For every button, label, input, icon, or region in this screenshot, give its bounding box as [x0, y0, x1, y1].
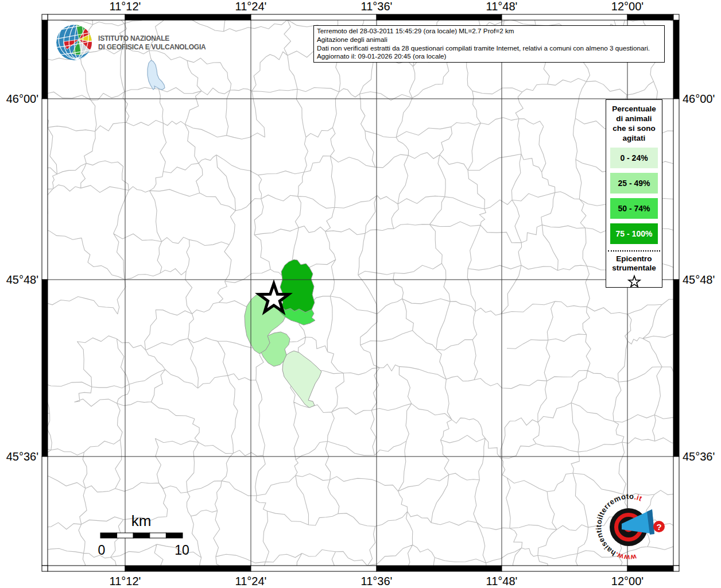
scale-unit-label: km [131, 512, 152, 529]
frame-segment-right [673, 99, 679, 280]
legend-divider [608, 250, 660, 252]
lake-polygon [148, 60, 165, 90]
frame-segment-top [251, 14, 377, 20]
lat-label-right: 45°36' [683, 450, 715, 463]
legend-swatch-label: 50 - 74% [618, 204, 650, 213]
frame-segment-left [42, 99, 48, 280]
question-mark-label: ? [656, 522, 661, 532]
frame-segment-right [673, 457, 679, 566]
legend-swatch-50-74: 50 - 74% [610, 198, 658, 219]
frame-segment-right [673, 280, 679, 457]
ingv-name-line2: DI GEOFISICA E VULCANOLOGIA [98, 43, 206, 52]
lon-label-bottom: 11°36' [361, 575, 393, 587]
scale-bar-segment [133, 533, 150, 538]
frame-segment-right [673, 20, 679, 99]
legend-title: Percentuale [606, 104, 662, 114]
frame-segment-left [42, 20, 48, 99]
lon-label-top: 12°00' [611, 0, 644, 13]
frame-corner [673, 566, 679, 571]
site-url-suffix: .it [634, 493, 644, 503]
frame-segment-top [48, 14, 125, 20]
info-event-line: Terremoto del 28-03-2011 15:45:29 (ora l… [317, 27, 661, 36]
earthquake-map-page: km 0 10 ? www.haisentitoilterremoto.it 1… [0, 0, 721, 588]
lon-label-bottom: 12°00' [611, 575, 644, 587]
legend-title: che si sono [606, 123, 662, 133]
lon-label-bottom: 11°48' [486, 575, 518, 587]
frame-segment-top [502, 14, 627, 20]
legend-swatch-25-49: 25 - 49% [610, 173, 658, 194]
frame-segment-left [42, 280, 48, 457]
legend-box: Percentuale di animali che si sono agita… [606, 99, 662, 288]
frame-segment-bottom [125, 566, 251, 571]
scale-bar-segment [150, 533, 166, 538]
frame-segment-bottom [251, 566, 377, 571]
frame-segment-left [42, 457, 48, 566]
legend-title: di animali [606, 114, 662, 123]
scale-start-label: 0 [98, 543, 106, 558]
ingv-globe-icon [56, 24, 92, 61]
lon-label-bottom: 11°24' [235, 575, 267, 587]
legend-swatch-label: 75 - 100% [616, 229, 653, 238]
legend-swatch-0-24: 0 - 24% [610, 148, 658, 168]
legend-swatch-label: 25 - 49% [618, 179, 650, 188]
legend-star-icon [627, 274, 642, 289]
frame-corner [42, 14, 48, 20]
agitation-region-group [245, 260, 321, 408]
map-canvas: km 0 10 ? www.haisentitoilterremoto.it 1… [0, 0, 721, 588]
earthquake-info-box: Terremoto del 28-03-2011 15:45:29 (ora l… [313, 25, 665, 63]
lat-label-left: 46°00' [6, 92, 38, 105]
frame-segment-bottom [377, 566, 502, 571]
legend-swatch-75-100: 75 - 100% [610, 223, 658, 244]
info-updated-line: Aggiornato il: 09-01-2026 20:45 (ora loc… [317, 52, 661, 61]
info-data-line: Dati non verificati estratti da 28 quest… [317, 44, 661, 53]
lon-label-bottom: 11°12' [110, 575, 141, 587]
frame-segment-top [125, 14, 251, 20]
frame-corner [673, 14, 679, 20]
ingv-logo: ISTITUTO NAZIONALE DI GEOFISICA E VULCAN… [56, 24, 206, 61]
lon-label-top: 11°36' [361, 0, 393, 13]
legend-epicenter-label: strumentale [606, 264, 662, 273]
lon-label-top: 11°12' [110, 0, 141, 13]
frame-segment-bottom [502, 566, 627, 571]
frame-segment-bottom [48, 566, 125, 571]
lat-label-right: 46°00' [683, 92, 715, 105]
frame-corner [42, 566, 48, 571]
scale-end-label: 10 [175, 543, 189, 558]
ingv-name-line1: ISTITUTO NAZIONALE [98, 34, 206, 43]
frame-segment-top [627, 14, 673, 20]
lat-label-right: 45°48' [683, 273, 715, 286]
legend-title: agitati [606, 133, 662, 143]
scale-bar-segment [100, 533, 117, 538]
site-logo: ? www.haisentitoilterremoto.it [594, 492, 665, 562]
info-topic-line: Agitazione degli animali [317, 36, 661, 44]
frame-segment-top [377, 14, 502, 20]
legend-swatch-label: 0 - 24% [620, 153, 648, 163]
lat-label-left: 45°48' [6, 273, 38, 286]
lon-label-top: 11°24' [235, 0, 267, 13]
lon-label-top: 11°48' [486, 0, 518, 13]
agitation-region [282, 351, 321, 408]
scale-bar-segment [166, 533, 183, 538]
legend-epicenter-label: Epicentro [606, 254, 662, 264]
agitation-region [280, 260, 315, 312]
frame-segment-bottom [627, 566, 673, 571]
scale-bar-segment [117, 533, 134, 538]
lat-label-left: 45°36' [6, 450, 38, 463]
